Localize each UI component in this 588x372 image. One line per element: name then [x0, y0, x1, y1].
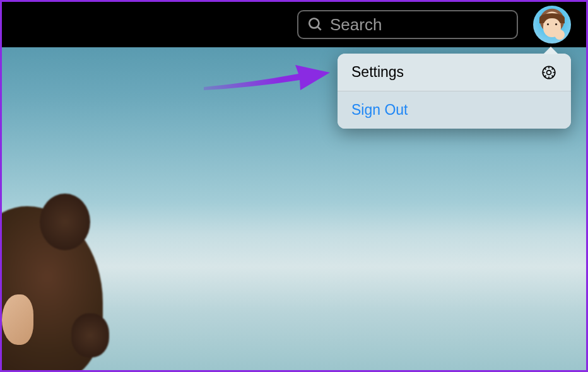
svg-line-9 — [552, 75, 553, 76]
svg-line-10 — [544, 75, 546, 76]
svg-line-1 — [317, 26, 320, 30]
gear-icon — [541, 64, 557, 81]
settings-menu-item[interactable]: Settings — [338, 54, 571, 91]
account-dropdown: Settings Sign Out — [338, 54, 571, 129]
svg-line-11 — [552, 68, 553, 69]
svg-line-8 — [544, 68, 546, 69]
top-header — [2, 2, 586, 47]
search-icon — [307, 16, 324, 33]
search-field[interactable] — [297, 10, 518, 39]
signout-menu-item[interactable]: Sign Out — [338, 91, 571, 129]
avatar-button[interactable] — [533, 6, 571, 44]
signout-label: Sign Out — [351, 102, 408, 119]
search-input[interactable] — [330, 15, 508, 35]
svg-point-0 — [309, 18, 319, 28]
svg-point-3 — [547, 70, 551, 74]
background-photo-ear — [2, 294, 33, 345]
settings-label: Settings — [351, 64, 404, 81]
background-photo-hair — [2, 206, 103, 370]
